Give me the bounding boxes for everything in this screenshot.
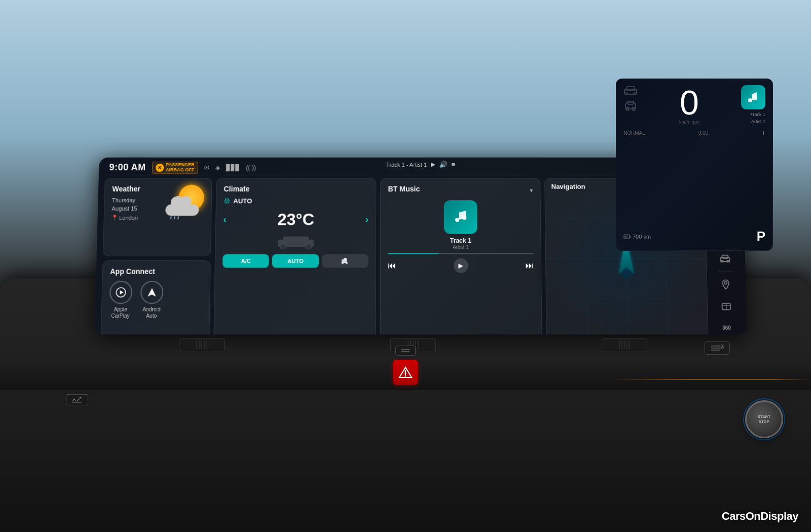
svg-rect-27 — [625, 103, 636, 109]
speed-unit: km/h rpm — [638, 120, 741, 125]
apple-carplay-button[interactable]: AppleCarPlay — [109, 281, 133, 319]
cluster-header: 0 km/h rpm Track 1 Artist 1 — [623, 85, 765, 125]
range-display: 700 km — [623, 233, 651, 240]
vent-1 — [179, 338, 225, 352]
svg-marker-1 — [120, 290, 123, 294]
climate-mode-row: ❊ AUTO — [224, 196, 368, 206]
climate-car-display — [223, 233, 368, 249]
svg-point-21 — [724, 282, 727, 284]
weather-location: 📍 London — [112, 215, 159, 221]
top-track-info: Track 1 - Artist 1 — [386, 161, 427, 167]
svg-rect-24 — [626, 87, 635, 91]
signal-icon: ▊▊▊ — [226, 164, 240, 171]
seat-controls — [66, 394, 88, 405]
center-controls — [393, 346, 418, 385]
svg-rect-35 — [624, 236, 628, 238]
temp-increase-button[interactable]: › — [365, 214, 368, 225]
fan-icon: ❊ — [224, 196, 230, 206]
rear-defrost-button[interactable] — [705, 341, 730, 355]
wifi-icon: ((·)) — [246, 164, 256, 171]
top-media-info: Track 1 - Artist 1 ▶ 🔊 ≡ — [386, 161, 455, 168]
auto-button[interactable]: AUTO — [272, 254, 319, 268]
android-auto-label: AndroidAuto — [142, 307, 161, 319]
album-art — [444, 200, 477, 234]
degrees-panel-text: 360 — [717, 319, 736, 334]
cluster-time: 9:00 — [698, 130, 708, 136]
bluetooth-icon: ◈ — [215, 164, 220, 171]
bt-music-card[interactable]: BT Music ▾ Track 1 Artist 1 — [380, 178, 542, 334]
svg-point-11 — [455, 218, 459, 222]
artist-name: Artist 1 — [388, 244, 533, 250]
cluster-music-icon — [741, 85, 765, 109]
svg-rect-18 — [722, 255, 728, 258]
svg-point-6 — [306, 244, 311, 249]
bt-header: BT Music ▾ — [388, 184, 533, 196]
weather-title: Weather — [112, 184, 159, 193]
climate-card[interactable]: Climate ❊ AUTO ‹ 23°C › — [213, 178, 376, 334]
airbag-text: PASSENGERAIRBAG OFF — [166, 163, 195, 173]
apple-carplay-label: AppleCarPlay — [111, 307, 130, 319]
svg-point-38 — [405, 375, 407, 377]
svg-point-9 — [342, 262, 344, 264]
svg-rect-34 — [630, 236, 631, 238]
vent-3 — [602, 338, 647, 352]
cluster-bottom: 700 km P — [623, 229, 765, 244]
climate-temperature: 23°C — [277, 210, 314, 229]
app-connect-card[interactable]: App Connect AppleCarPla — [100, 260, 210, 334]
car-panel-icon[interactable] — [715, 249, 734, 268]
next-button[interactable]: ⏭ — [525, 261, 533, 271]
rain-drops — [170, 216, 178, 219]
start-stop-button[interactable]: STARTSTOP — [745, 400, 783, 438]
top-play-icon: ▶ — [431, 161, 435, 168]
svg-point-10 — [346, 262, 348, 264]
climate-title: Climate — [224, 184, 368, 193]
top-eq-icon: ≡ — [452, 161, 456, 168]
climate-temp-row: ‹ 23°C › — [223, 210, 368, 229]
car-airflow-button[interactable] — [322, 254, 368, 268]
watermark: CarsOnDisplay — [722, 510, 798, 523]
airbag-warning: ✕ PASSENGERAIRBAG OFF — [152, 162, 198, 174]
svg-rect-8 — [344, 258, 347, 260]
hazard-button[interactable] — [393, 360, 418, 385]
svg-point-5 — [280, 244, 285, 249]
weather-card[interactable]: Weather Thursday August 15 📍 London — [103, 178, 212, 256]
play-button[interactable]: ▶ — [454, 258, 468, 273]
progress-bar[interactable] — [388, 253, 533, 254]
start-stop-area: STARTSTOP — [745, 400, 783, 438]
android-auto-button[interactable]: AndroidAuto — [140, 281, 164, 319]
map-panel-icon[interactable] — [716, 275, 735, 293]
svg-rect-4 — [283, 237, 309, 243]
media-controls: ⏮ ▶ ⏭ — [388, 258, 534, 273]
nav-title: Navigation — [551, 182, 585, 190]
top-volume-icon: 🔊 — [439, 161, 447, 168]
svg-marker-2 — [148, 288, 156, 297]
airbag-icon: ✕ — [156, 164, 164, 172]
prev-button[interactable]: ⏮ — [388, 261, 396, 271]
cluster-music-widget: Track 1 Artist 1 — [741, 85, 765, 125]
app-buttons: AppleCarPlay AndroidAuto — [109, 281, 203, 319]
app-connect-title: App Connect — [110, 267, 203, 276]
cluster-track-info: Track 1 Artist 1 — [750, 111, 765, 125]
svg-point-31 — [748, 98, 752, 102]
track-name: Track 1 — [388, 237, 533, 244]
temp-decrease-button[interactable]: ‹ — [223, 214, 226, 225]
bt-music-title: BT Music — [388, 184, 420, 193]
box-panel-icon[interactable] — [717, 296, 736, 315]
cloud-icon — [165, 198, 199, 216]
defrost-button[interactable] — [395, 346, 416, 356]
android-auto-icon — [140, 281, 164, 304]
cluster-vehicle-icons — [623, 85, 638, 111]
seat-heat-button[interactable] — [66, 394, 88, 405]
rear-controls — [705, 341, 730, 355]
apple-carplay-icon — [109, 281, 133, 304]
weather-day: Thursday August 15 — [112, 196, 159, 213]
svg-point-12 — [462, 216, 466, 220]
gear-display: P — [757, 229, 765, 244]
climate-buttons: A/C AUTO — [223, 254, 368, 268]
left-section: Weather Thursday August 15 📍 London — [100, 178, 212, 334]
dropdown-icon[interactable]: ▾ — [530, 186, 533, 194]
ac-button[interactable]: A/C — [223, 254, 269, 268]
time-display: 9:00 AM — [109, 162, 146, 173]
climate-mode-text: AUTO — [233, 197, 252, 205]
weather-icon — [163, 184, 204, 218]
